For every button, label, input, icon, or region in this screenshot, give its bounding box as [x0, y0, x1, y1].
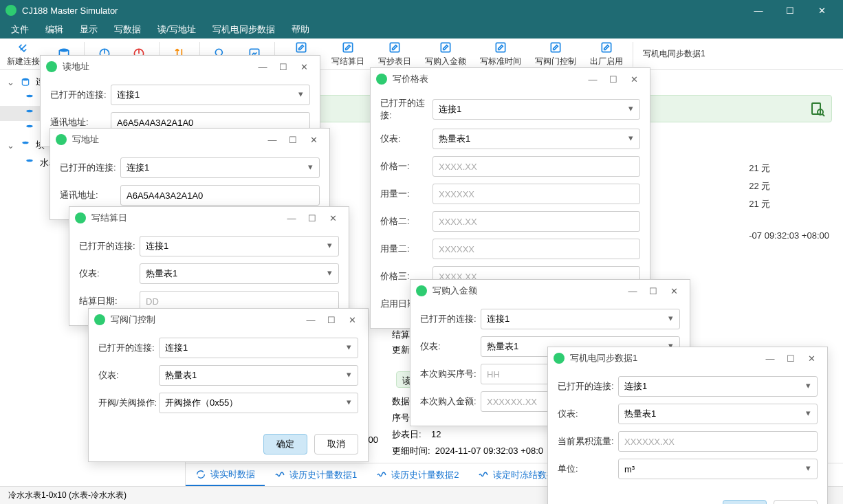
svg-point-16 [26, 95, 32, 98]
maximize-icon[interactable]: ☐ [780, 350, 801, 366]
toolbar-write-read-date[interactable]: 写抄表日 [371, 39, 418, 69]
minimize-icon[interactable]: — [582, 71, 603, 87]
minimize-icon[interactable]: — [622, 283, 643, 299]
valve-ok-button[interactable]: 确定 [263, 434, 307, 454]
write-addr-conn-select[interactable] [120, 157, 320, 178]
edit-icon [439, 41, 452, 54]
edit-icon [388, 41, 402, 54]
wave-icon [376, 470, 387, 481]
maximize-icon[interactable]: ☐ [283, 131, 303, 148]
app-icon [554, 353, 565, 364]
edit-icon [341, 41, 355, 54]
svg-rect-12 [496, 43, 505, 52]
settle-meter-select[interactable] [140, 263, 339, 284]
toolbar-write-time[interactable]: 写标准时间 [473, 39, 528, 69]
use2-input[interactable] [433, 239, 640, 259]
price2-input[interactable] [433, 211, 640, 232]
buy-conn-select[interactable] [481, 309, 680, 329]
valve-cancel-button[interactable]: 取消 [314, 434, 358, 454]
close-icon[interactable]: ✕ [322, 210, 343, 226]
tab-history1[interactable]: 读历史计量数据1 [265, 465, 366, 485]
maximize-icon[interactable]: ☐ [273, 58, 294, 75]
toolbar-write-valve[interactable]: 写阀门控制 [528, 39, 583, 69]
status-text: 冷水水表1-0x10 (水表-冷水水表) [8, 490, 127, 501]
svg-rect-14 [602, 43, 611, 52]
toolbar-factory-enable[interactable]: 出厂启用 [583, 39, 630, 69]
close-icon[interactable]: ✕ [342, 311, 362, 328]
toolbar-sync1[interactable]: 写机电同步数据1 [636, 47, 712, 61]
valve-conn-select[interactable] [159, 338, 358, 358]
svg-rect-8 [296, 43, 305, 52]
app-icon [94, 314, 105, 325]
maximize-icon[interactable]: ☐ [302, 210, 322, 226]
close-icon[interactable]: ✕ [303, 131, 324, 148]
valve-meter-select[interactable] [159, 365, 358, 386]
plug-icon [17, 41, 30, 54]
toolbar-write-buy[interactable]: 写购入金额 [418, 39, 473, 69]
write-addr-input[interactable] [120, 185, 320, 206]
settle-conn-select[interactable] [140, 236, 339, 256]
chevron-down-icon: ⌄ [6, 140, 15, 151]
price-meter-select[interactable] [433, 129, 640, 149]
sync-flow-input[interactable] [618, 431, 818, 452]
bg-data: 21 元 22 元 21 元 -07 09:32:03 +08:00 [749, 160, 829, 245]
svg-point-19 [22, 142, 28, 144]
close-button[interactable]: ✕ [806, 0, 837, 21]
minimize-button[interactable]: — [743, 0, 774, 21]
edit-icon [294, 41, 308, 54]
svg-point-15 [22, 78, 28, 81]
app-icon [75, 212, 86, 223]
db-icon [23, 158, 36, 168]
minimize-icon[interactable]: — [252, 58, 273, 75]
app-icon [56, 134, 67, 145]
sync-cancel-button[interactable]: 取消 [774, 500, 818, 504]
read-addr-conn-select[interactable] [111, 85, 310, 105]
toolbar-write-settle[interactable]: 写结算日 [325, 39, 371, 69]
svg-rect-9 [343, 43, 352, 52]
close-icon[interactable]: ✕ [801, 350, 822, 366]
minimize-icon[interactable]: — [281, 210, 302, 226]
maximize-button[interactable]: ☐ [774, 0, 806, 21]
use1-input[interactable] [433, 184, 640, 204]
sync-unit-select[interactable] [618, 459, 818, 479]
menu-help[interactable]: 帮助 [283, 21, 318, 39]
menu-rw-addr[interactable]: 读/写地址 [149, 21, 204, 39]
sync-conn-select[interactable] [618, 376, 818, 397]
maximize-icon[interactable]: ☐ [321, 311, 342, 328]
menu-view[interactable]: 显示 [72, 21, 106, 39]
tab-realtime[interactable]: 读实时数据 [186, 464, 265, 486]
svg-line-23 [822, 114, 824, 116]
minimize-icon[interactable]: — [760, 350, 780, 366]
doc-search-icon[interactable] [809, 101, 826, 118]
tab-history2[interactable]: 读历史计量数据2 [366, 465, 468, 485]
svg-point-0 [59, 48, 68, 52]
db-icon [23, 109, 36, 118]
price-conn-select[interactable] [433, 99, 640, 120]
app-icon [46, 61, 57, 72]
wave-icon [478, 470, 489, 481]
app-title: CJ188 Master Simulator [22, 6, 743, 16]
db-icon [23, 124, 36, 133]
sync-ok-button[interactable]: 确定 [723, 500, 767, 504]
db-icon [19, 140, 32, 150]
close-icon[interactable]: ✕ [664, 283, 684, 299]
menu-sync[interactable]: 写机电同步数据 [204, 21, 283, 39]
chevron-down-icon: ⌄ [6, 77, 15, 87]
minimize-icon[interactable]: — [300, 311, 321, 328]
maximize-icon[interactable]: ☐ [603, 71, 624, 87]
valve-op-select[interactable] [159, 393, 358, 413]
close-icon[interactable]: ✕ [294, 58, 314, 75]
menu-file[interactable]: 文件 [3, 21, 37, 39]
dialog-valve: 写阀门控制—☐✕ 已打开的连接: 仪表: 开阀/关阀操作: 确定 取消 [88, 308, 369, 462]
minimize-icon[interactable]: — [262, 131, 283, 148]
svg-point-17 [26, 110, 32, 113]
menu-edit[interactable]: 编辑 [37, 21, 72, 39]
close-icon[interactable]: ✕ [624, 71, 644, 87]
svg-rect-11 [441, 43, 450, 52]
menu-write-data[interactable]: 写数据 [106, 21, 149, 39]
menubar: 文件 编辑 显示 写数据 读/写地址 写机电同步数据 帮助 [0, 21, 843, 39]
maximize-icon[interactable]: ☐ [643, 283, 664, 299]
wave-icon [274, 470, 285, 481]
sync-meter-select[interactable] [618, 404, 818, 424]
price1-input[interactable] [433, 156, 640, 177]
